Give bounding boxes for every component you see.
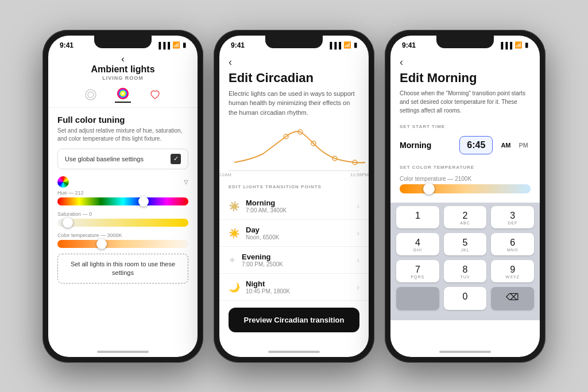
numpad-row-1: 1 2 ABC 3 DEF: [396, 206, 534, 228]
svg-point-2: [117, 88, 129, 99]
transition-day[interactable]: ☀️ Day Noon, 6500K ›: [219, 220, 369, 247]
p1-subtitle: LIVING ROOM: [57, 75, 188, 81]
signal-icon-2: ▐▐▐: [328, 42, 341, 49]
numpad-3[interactable]: 3 DEF: [491, 206, 534, 228]
back-button-2[interactable]: ‹: [229, 56, 232, 68]
sat-thumb[interactable]: [63, 218, 73, 228]
morning-info: Morning 7:00 AM, 3400K: [246, 199, 357, 214]
saturation-slider[interactable]: [57, 219, 188, 227]
numpad-2[interactable]: 2 ABC: [444, 206, 487, 228]
numpad-9-alpha: WXYZ: [493, 275, 532, 279]
evening-chevron-icon: ›: [357, 255, 359, 265]
evening-info: Evening 7:00 PM, 2500K: [242, 253, 357, 267]
color-temp-section: Color temperature — 2100K: [390, 173, 540, 201]
numpad-backspace[interactable]: ⌫: [491, 287, 534, 310]
chart-labels: 12AM 11:59PM: [219, 171, 369, 178]
p1-body: Full color tuning Set and adjust relativ…: [48, 108, 198, 291]
day-info: Day Noon, 6500K: [246, 226, 357, 240]
wifi-icon: 📶: [172, 41, 180, 49]
numpad-row-3: 7 PQRS 8 TUV 9 WXYZ: [396, 260, 534, 282]
home-indicator-2: [219, 347, 369, 357]
numpad-5[interactable]: 5 JKL: [444, 233, 487, 255]
hue-thumb[interactable]: [138, 196, 149, 207]
notch-2: [265, 36, 323, 48]
numpad-row-2: 4 GHI 5 JKL 6 MNO: [396, 233, 534, 255]
status-icons-3: ▐▐▐ 📶 ▮: [499, 41, 528, 49]
ct-thumb-3[interactable]: [423, 183, 435, 195]
transition-evening[interactable]: ☀ Evening 7:00 PM, 2500K ›: [219, 247, 369, 274]
tab-color-filled[interactable]: [115, 87, 131, 103]
p2-desc: Electric lights can be used in ways to s…: [229, 89, 359, 118]
tab-heart[interactable]: [147, 87, 163, 103]
am-button[interactable]: AM: [498, 141, 513, 150]
checkbox-row[interactable]: Use global baseline settings ✓: [57, 149, 188, 169]
hue-slider[interactable]: [57, 197, 188, 205]
color-temp-slider[interactable]: [57, 240, 188, 248]
numpad-8-alpha: TUV: [446, 275, 485, 279]
p3-desc: Choose when the "Morning" transition poi…: [400, 89, 531, 115]
numpad-9-num: 9: [493, 265, 532, 275]
phone-1-content: ‹ Ambient lights LIVING ROOM: [48, 52, 198, 347]
numpad-3-num: 3: [493, 211, 532, 221]
checkbox-label: Use global baseline settings: [65, 156, 144, 162]
svg-point-0: [86, 90, 96, 100]
status-icons-1: ▐▐▐ 📶 ▮: [157, 41, 186, 49]
numpad-1[interactable]: 1: [396, 206, 439, 228]
numpad-6[interactable]: 6 MNO: [491, 233, 534, 255]
set-all-button[interactable]: Set all lights in this room to use these…: [57, 254, 188, 284]
signal-icon-3: ▐▐▐: [499, 42, 512, 49]
phone-2: 9:41 ▐▐▐ 📶 ▮ ‹ Edit Circadian Electric l…: [214, 30, 374, 363]
set-color-label: SET COLOR TEMPERATURE: [390, 162, 540, 173]
wifi-icon-2: 📶: [343, 41, 351, 49]
saturation-label: Saturation — 0: [57, 211, 188, 217]
numpad-2-alpha: ABC: [446, 221, 485, 225]
tab-row-1: [48, 83, 198, 108]
home-bar-1: [97, 351, 149, 353]
battery-icon-2: ▮: [354, 41, 357, 49]
day-icon: ☀️: [229, 228, 240, 239]
numpad-9[interactable]: 9 WXYZ: [491, 260, 534, 282]
home-bar-3: [439, 351, 491, 353]
transition-morning[interactable]: ☀️ Morning 7:00 AM, 3400K ›: [219, 193, 369, 220]
transition-night[interactable]: 🌙 Night 10:45 PM, 1800K ›: [219, 274, 369, 301]
tab-color-outline[interactable]: [83, 87, 99, 103]
numpad-8[interactable]: 8 TUV: [444, 260, 487, 282]
p1-title: Ambient lights: [57, 64, 188, 75]
color-circle[interactable]: [57, 176, 69, 188]
checkbox[interactable]: ✓: [171, 154, 181, 164]
p2-title: Edit Circadian: [229, 71, 359, 86]
ct-slider[interactable]: [400, 184, 531, 193]
numpad-3-alpha: DEF: [493, 221, 532, 225]
back-button-1[interactable]: ‹: [121, 54, 124, 64]
numpad-0-num: 0: [446, 292, 485, 302]
phone-3: 9:41 ▐▐▐ 📶 ▮ ‹ Edit Morning Choose when …: [385, 30, 546, 363]
svg-point-1: [88, 92, 94, 98]
numpad-row-4: 0 ⌫: [396, 287, 534, 310]
numpad-0[interactable]: 0: [444, 287, 487, 310]
preview-circadian-button[interactable]: Preview Circadian transition: [229, 308, 359, 332]
numpad-6-alpha: MNO: [493, 248, 532, 252]
phone-3-screen: 9:41 ▐▐▐ 📶 ▮ ‹ Edit Morning Choose when …: [390, 36, 540, 357]
numpad-7-num: 7: [399, 265, 437, 275]
circadian-chart: [229, 125, 359, 171]
night-icon: 🌙: [229, 282, 240, 293]
set-start-label: SET START TIME: [390, 122, 540, 133]
phone-2-screen: 9:41 ▐▐▐ 📶 ▮ ‹ Edit Circadian Electric l…: [219, 36, 369, 357]
status-time-1: 9:41: [60, 41, 74, 49]
p1-section-title: Full color tuning: [57, 115, 188, 125]
transition-section-label: EDIT LIGHTS TRANSITION POINTS: [219, 178, 369, 193]
back-button-3[interactable]: ‹: [400, 56, 403, 68]
time-value[interactable]: 6:45: [459, 136, 493, 154]
phone-2-content: ‹ Edit Circadian Electric lights can be …: [219, 52, 369, 347]
day-name: Day: [246, 226, 357, 234]
notch-1: [94, 36, 152, 48]
numpad-1-num: 1: [399, 211, 437, 221]
p1-section-desc: Set and adjust relative mixture of hue, …: [57, 127, 188, 143]
ct-thumb[interactable]: [96, 239, 107, 249]
numpad-7[interactable]: 7 PQRS: [396, 260, 439, 282]
wifi-icon-3: 📶: [514, 41, 523, 49]
day-chevron-icon: ›: [357, 228, 359, 238]
pm-button[interactable]: PM: [517, 141, 531, 150]
hue-label: Hue — 212: [57, 190, 188, 196]
numpad-4[interactable]: 4 GHI: [396, 233, 439, 255]
